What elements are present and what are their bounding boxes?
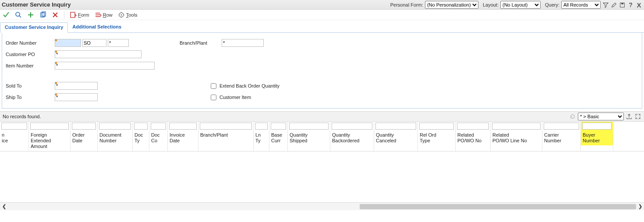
item-number-label: Item Number: [6, 63, 55, 68]
filter-qty_canc[interactable]: [375, 123, 416, 130]
header-base_curr[interactable]: BaseCurr: [269, 130, 287, 145]
filter-buyer[interactable]: [582, 123, 612, 130]
header-n_ice[interactable]: nice: [0, 130, 28, 145]
header-qty_ship[interactable]: QuantityShipped: [288, 130, 330, 145]
row-label-underline: R: [103, 12, 106, 18]
page-title: Customer Service Inquiry: [2, 1, 71, 8]
header-foreign_ext[interactable]: Foreign ExtendedAmount: [29, 130, 70, 151]
toolbar: Form Row Tools: [0, 10, 644, 20]
filter-rel_powo_ln[interactable]: [492, 123, 541, 130]
row-label-rest: ow: [106, 12, 113, 18]
filter-base_curr[interactable]: [271, 123, 286, 130]
column-foreign_ext: Foreign ExtendedAmount: [29, 122, 71, 151]
form-label-underline: F: [78, 12, 81, 18]
scroll-left-arrow[interactable]: ❮: [0, 203, 8, 211]
customer-item-input[interactable]: [211, 95, 216, 100]
filter-order_date[interactable]: [72, 123, 96, 130]
filter-inv_date[interactable]: [169, 123, 197, 130]
header-qty_back[interactable]: QuantityBackordered: [330, 130, 374, 145]
grid-body: [0, 152, 644, 202]
column-n_ice: nice: [0, 122, 29, 151]
grid-status-text: No records found.: [3, 114, 41, 119]
save-icon[interactable]: [619, 2, 626, 8]
order-type-field[interactable]: [82, 39, 106, 47]
ok-button[interactable]: [3, 11, 10, 18]
tools-menu[interactable]: Tools: [118, 11, 138, 18]
header-rel_ord_type[interactable]: Rel OrdType: [418, 130, 455, 145]
tab-customer-service-inquiry[interactable]: Customer Service Inquiry: [0, 22, 68, 33]
filter-icon[interactable]: [602, 2, 609, 8]
form-menu[interactable]: Form: [70, 11, 89, 18]
customer-item-checkbox[interactable]: Customer Item: [209, 93, 251, 102]
ship-to-label: Ship To: [6, 95, 55, 100]
header-carrier[interactable]: CarrierNumber: [542, 130, 580, 145]
header-branch_plant[interactable]: Branch/Plant: [198, 130, 253, 145]
header-rel_powo[interactable]: RelatedPO/WO No: [456, 130, 490, 145]
pencil-icon[interactable]: [611, 2, 617, 8]
layout-label: Layout:: [483, 2, 499, 7]
header-inv_date[interactable]: InvoiceDate: [168, 130, 198, 145]
header-buyer[interactable]: BuyerNumber: [581, 130, 613, 145]
branch-plant-label: Branch/Plant: [180, 40, 222, 46]
add-button[interactable]: [27, 11, 34, 18]
filter-carrier[interactable]: [544, 123, 579, 130]
grid-format-select[interactable]: * > Basic: [578, 113, 624, 120]
find-button[interactable]: [15, 11, 22, 18]
filter-foreign_ext[interactable]: [30, 123, 69, 130]
horizontal-scrollbar[interactable]: ❮ ❯: [0, 202, 644, 210]
header-doc_ty[interactable]: DocTy: [133, 130, 149, 145]
column-base_curr: BaseCurr: [269, 122, 288, 151]
personal-form-select[interactable]: (No Personalization): [425, 1, 478, 9]
filter-branch_plant[interactable]: [200, 123, 252, 130]
extend-back-order-checkbox[interactable]: Extend Back Order Quantity: [209, 82, 280, 90]
filter-qty_back[interactable]: [332, 123, 372, 130]
sold-to-field[interactable]: [55, 82, 98, 90]
export-icon[interactable]: [626, 113, 633, 120]
filter-ln_ty[interactable]: [255, 123, 268, 130]
tab-additional-selections[interactable]: Additional Selections: [68, 22, 126, 33]
layout-select[interactable]: (No Layout): [500, 1, 541, 9]
scroll-track[interactable]: [8, 204, 636, 209]
order-company-field[interactable]: [108, 39, 129, 47]
item-number-field[interactable]: [55, 62, 155, 70]
extend-back-order-input[interactable]: [211, 83, 216, 89]
form-label-rest: orm: [81, 12, 89, 18]
qbe-marker: [55, 82, 57, 84]
header-doc_no[interactable]: DocumentNumber: [98, 130, 132, 145]
header-qty_canc[interactable]: QuantityCanceled: [374, 130, 418, 145]
svg-point-15: [120, 14, 122, 15]
scroll-right-arrow[interactable]: ❯: [636, 203, 644, 211]
customer-po-field[interactable]: [55, 50, 142, 58]
copy-button[interactable]: [39, 11, 46, 18]
sold-to-label: Sold To: [6, 83, 55, 88]
ship-to-field[interactable]: [55, 93, 98, 101]
header-ln_ty[interactable]: LnTy: [254, 130, 269, 145]
tab-strip: Customer Service Inquiry Additional Sele…: [0, 22, 644, 33]
branch-plant-field[interactable]: [222, 39, 264, 47]
filter-rel_ord_type[interactable]: [419, 123, 454, 130]
filter-qty_ship[interactable]: [289, 123, 329, 130]
customer-item-label: Customer Item: [219, 95, 251, 100]
query-select[interactable]: All Records: [561, 1, 601, 9]
qbe-marker: [55, 51, 57, 53]
filter-doc_no[interactable]: [99, 123, 131, 130]
qbe-marker: [55, 94, 57, 95]
column-rel_powo: RelatedPO/WO No: [456, 122, 491, 151]
maximize-grid-icon[interactable]: [634, 113, 641, 120]
grid-refresh-icon[interactable]: [569, 113, 576, 120]
close-icon[interactable]: X: [636, 2, 642, 8]
order-number-field[interactable]: [55, 39, 81, 47]
delete-button[interactable]: [52, 11, 59, 18]
column-ln_ty: LnTy: [254, 122, 269, 151]
filter-doc_ty[interactable]: [134, 123, 148, 130]
help-icon[interactable]: ?: [627, 2, 634, 8]
header-rel_powo_ln[interactable]: RelatedPO/WO Line No: [491, 130, 542, 145]
filter-n_ice[interactable]: [1, 123, 27, 130]
svg-rect-1: [621, 3, 623, 4]
header-order_date[interactable]: OrderDate: [71, 130, 97, 145]
filter-rel_powo[interactable]: [457, 123, 489, 130]
filter-doc_co[interactable]: [151, 123, 166, 130]
header-doc_co[interactable]: DocCo: [149, 130, 167, 145]
row-menu[interactable]: Row: [95, 11, 113, 18]
scroll-thumb[interactable]: [360, 204, 636, 209]
